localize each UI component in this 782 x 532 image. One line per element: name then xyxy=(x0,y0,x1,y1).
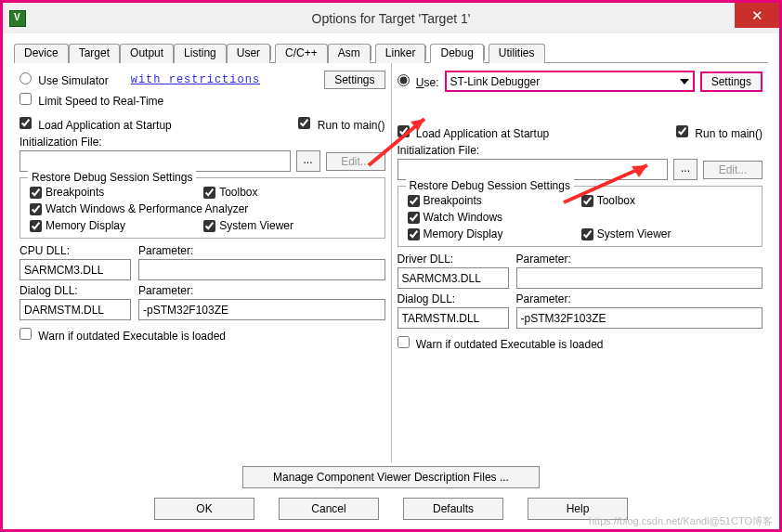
use-simulator-label: Use Simulator xyxy=(38,74,108,87)
right-sysview-checkbox[interactable]: System Viewer xyxy=(581,227,736,240)
left-load-app-checkbox[interactable]: Load Application at Startup xyxy=(20,117,172,132)
debugger-select[interactable]: ST-Link Debugger xyxy=(445,71,695,92)
left-run-main-label: Run to main() xyxy=(318,119,385,132)
right-memory-checkbox[interactable]: Memory Display xyxy=(408,227,563,240)
left-toolbox-checkbox[interactable]: Toolbox xyxy=(203,186,358,199)
left-breakpoints-checkbox[interactable]: Breakpoints xyxy=(30,186,185,199)
cpu-dll-label: CPU DLL: xyxy=(20,244,131,257)
right-warn-checkbox[interactable]: Warn if outdated Executable is loaded xyxy=(398,336,604,351)
left-init-file-input[interactable] xyxy=(20,150,291,172)
tab-debug[interactable]: Debug xyxy=(430,44,483,63)
use-label: Use: xyxy=(416,76,439,89)
right-run-main-checkbox[interactable]: Run to main() xyxy=(676,125,762,140)
tab-target[interactable]: Target xyxy=(69,44,120,63)
right-browse-button[interactable]: ... xyxy=(673,159,697,180)
left-watch-checkbox[interactable]: Watch Windows & Performance Analyzer xyxy=(30,202,375,215)
tab-row: DeviceTargetOutputListingUserC/C++AsmLin… xyxy=(14,43,768,63)
driver-param-input[interactable] xyxy=(516,267,763,289)
driver-dll-input[interactable] xyxy=(398,267,509,289)
right-dialog-dll-label: Dialog DLL: xyxy=(398,292,509,305)
right-settings-button[interactable]: Settings xyxy=(700,71,762,92)
left-dialog-dll-label: Dialog DLL: xyxy=(20,284,131,297)
left-warn-checkbox[interactable]: Warn if outdated Executable is loaded xyxy=(20,328,226,343)
right-init-file-input[interactable] xyxy=(398,159,669,180)
ok-button[interactable]: OK xyxy=(154,498,254,520)
limit-speed-checkbox[interactable]: Limit Speed to Real-Time xyxy=(20,93,163,108)
left-load-app-label: Load Application at Startup xyxy=(38,119,171,132)
right-column: Use: ST-Link Debugger Settings Load Appl… xyxy=(391,63,769,462)
right-init-label: Initialization File: xyxy=(398,144,763,157)
use-debugger-radio[interactable]: Use: xyxy=(398,74,439,89)
left-warn-label: Warn if outdated Executable is loaded xyxy=(38,330,226,343)
left-browse-button[interactable]: ... xyxy=(296,150,320,172)
right-dialog-param-input[interactable] xyxy=(516,307,763,329)
watermark-text: https://blog.csdn.net/Kandi@51CTO博客 xyxy=(589,514,773,528)
right-load-app-label: Load Application at Startup xyxy=(416,127,549,140)
driver-param-label: Parameter: xyxy=(516,253,763,266)
client-area: DeviceTargetOutputListingUserC/C++AsmLin… xyxy=(3,33,779,529)
tab-output[interactable]: Output xyxy=(120,44,174,63)
left-memory-checkbox[interactable]: Memory Display xyxy=(30,219,185,232)
right-breakpoints-checkbox[interactable]: Breakpoints xyxy=(408,194,563,207)
left-dialog-param-input[interactable] xyxy=(138,299,385,320)
tab-listing[interactable]: Listing xyxy=(174,44,227,63)
right-dialog-param-label: Parameter: xyxy=(516,292,763,305)
cancel-button[interactable]: Cancel xyxy=(279,498,379,520)
tab-utilities[interactable]: Utilities xyxy=(489,44,545,63)
left-sysview-checkbox[interactable]: System Viewer xyxy=(203,219,358,232)
titlebar: Options for Target 'Target 1' ✕ xyxy=(3,3,779,33)
tab-user[interactable]: User xyxy=(227,44,270,63)
restrictions-link[interactable]: with restrictions xyxy=(131,73,260,86)
window-title: Options for Target 'Target 1' xyxy=(3,11,779,26)
left-restore-group: Restore Debug Session Settings Breakpoin… xyxy=(20,177,385,239)
cpu-param-label: Parameter: xyxy=(138,244,385,257)
left-dialog-param-label: Parameter: xyxy=(138,284,385,297)
left-dialog-dll-input[interactable] xyxy=(20,299,131,320)
right-run-main-label: Run to main() xyxy=(695,127,762,140)
right-restore-legend: Restore Debug Session Settings xyxy=(406,179,574,192)
tab-device[interactable]: Device xyxy=(14,44,69,63)
right-watch-checkbox[interactable]: Watch Windows xyxy=(408,211,753,224)
cpu-param-input[interactable] xyxy=(138,259,385,280)
right-restore-group: Restore Debug Session Settings Breakpoin… xyxy=(398,186,763,247)
left-init-label: Initialization File: xyxy=(20,136,385,149)
left-edit-button: Edit... xyxy=(326,152,385,171)
tab-asm[interactable]: Asm xyxy=(328,44,371,63)
right-dialog-dll-input[interactable] xyxy=(398,307,509,329)
manage-component-button[interactable]: Manage Component Viewer Description File… xyxy=(242,466,540,488)
dialog-window: Options for Target 'Target 1' ✕ DeviceTa… xyxy=(0,0,782,532)
right-toolbox-checkbox[interactable]: Toolbox xyxy=(581,194,736,207)
cpu-dll-input[interactable] xyxy=(20,259,131,280)
left-settings-button[interactable]: Settings xyxy=(324,71,384,89)
tab-cc[interactable]: C/C++ xyxy=(275,44,328,63)
left-restore-legend: Restore Debug Session Settings xyxy=(28,171,196,184)
right-edit-button: Edit... xyxy=(703,161,762,179)
right-load-app-checkbox[interactable]: Load Application at Startup xyxy=(398,125,550,140)
debug-panel: Use Simulator with restrictions Settings… xyxy=(14,63,768,462)
driver-dll-label: Driver DLL: xyxy=(398,253,509,266)
left-run-main-checkbox[interactable]: Run to main() xyxy=(298,117,384,132)
right-warn-label: Warn if outdated Executable is loaded xyxy=(416,338,604,351)
defaults-button[interactable]: Defaults xyxy=(403,498,503,520)
limit-speed-label: Limit Speed to Real-Time xyxy=(38,95,163,108)
left-column: Use Simulator with restrictions Settings… xyxy=(14,63,391,462)
use-simulator-radio[interactable]: Use Simulator xyxy=(20,72,109,87)
tab-linker[interactable]: Linker xyxy=(375,44,426,63)
